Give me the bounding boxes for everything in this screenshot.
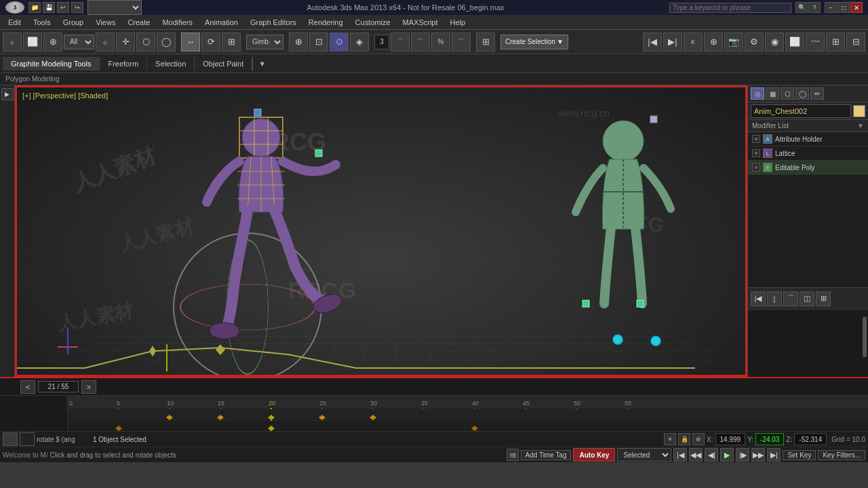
- menu-item-rendering[interactable]: Rendering: [303, 17, 349, 28]
- close-button[interactable]: ✕: [850, 2, 863, 13]
- menu-item-create[interactable]: Create: [122, 17, 155, 28]
- rp-display-icon[interactable]: ◎: [751, 87, 764, 100]
- playback-prev-key-btn[interactable]: ◀|: [705, 448, 718, 462]
- percent-btn[interactable]: %: [431, 33, 450, 52]
- tab-selection[interactable]: Selection: [147, 57, 195, 70]
- scale-btn[interactable]: ⊞: [222, 33, 241, 52]
- menu-item-tools[interactable]: Tools: [28, 17, 56, 28]
- playback-to-end-btn[interactable]: ▶|: [767, 448, 781, 462]
- move-tool-btn[interactable]: ✛: [116, 33, 135, 52]
- tab-freeform[interactable]: Freeform: [100, 57, 147, 70]
- tab-object-paint[interactable]: Object Paint: [195, 57, 252, 70]
- video-icon[interactable]: 📹: [507, 449, 519, 461]
- maximize-button[interactable]: □: [837, 2, 850, 13]
- rp-motion-icon[interactable]: ◯: [795, 87, 809, 100]
- menu-item-views[interactable]: Views: [90, 17, 121, 28]
- select-region-btn[interactable]: ⬡: [136, 33, 155, 52]
- mod-eye-icon[interactable]: 👁: [752, 135, 760, 143]
- set-key-btn[interactable]: Set Key: [783, 450, 816, 460]
- ribbon-extra-btn[interactable]: ▼: [252, 57, 271, 70]
- render-btn[interactable]: ⊕: [704, 33, 723, 52]
- autokey-btn[interactable]: Auto Key: [573, 448, 615, 462]
- object-name-input[interactable]: [751, 104, 851, 118]
- playback-to-start-btn[interactable]: |◀: [673, 448, 687, 462]
- rotate-btn[interactable]: ⟳: [201, 33, 220, 52]
- select-icon[interactable]: ⬦: [96, 33, 115, 52]
- rp-tool-paste-btn[interactable]: ◫: [800, 291, 814, 306]
- pivot-btn[interactable]: ⊕: [289, 33, 308, 52]
- mod-eye-icon[interactable]: 👁: [752, 149, 760, 157]
- anim-btn3[interactable]: ⌒: [452, 33, 471, 52]
- reference-dropdown[interactable]: Gimbal: [246, 35, 283, 49]
- rp-tool-pin-btn[interactable]: |◀: [751, 291, 766, 306]
- playback-next-key-btn[interactable]: |▶: [736, 448, 749, 462]
- region-select-btn[interactable]: ⬜: [23, 33, 42, 52]
- key-filters-btn[interactable]: Key Filters...: [818, 450, 865, 460]
- object-color-swatch[interactable]: [853, 105, 865, 117]
- key-mode-btn[interactable]: K: [684, 33, 703, 52]
- misc-btn1[interactable]: ⊞: [826, 33, 845, 52]
- timeline-track-area[interactable]: 0 5 10 15 20 25 30: [68, 396, 868, 431]
- menu-item-modifiers[interactable]: Modifiers: [157, 17, 198, 28]
- curve-editor-btn[interactable]: 〰: [806, 33, 825, 52]
- lasso-btn[interactable]: ◯: [157, 33, 176, 52]
- material-btn[interactable]: ◉: [765, 33, 784, 52]
- rp-hierarchy-icon[interactable]: ⬡: [781, 87, 794, 100]
- settings-btn[interactable]: ⚙: [745, 33, 764, 52]
- timeline-prev-btn[interactable]: <: [20, 380, 35, 394]
- menu-item-animation[interactable]: Animation: [199, 17, 243, 28]
- slate-btn[interactable]: ⬜: [785, 33, 804, 52]
- create-selection-btn[interactable]: Create Selection ▼: [500, 35, 568, 49]
- rp-tool-grid-btn[interactable]: ⊞: [816, 291, 831, 306]
- workspace-dropdown[interactable]: Workspace: Default: [87, 0, 142, 15]
- search-input[interactable]: [669, 3, 791, 13]
- playback-play-btn[interactable]: ▶: [720, 448, 734, 462]
- rp-scroll-bar[interactable]: [863, 317, 867, 357]
- snap-icon[interactable]: ⊕: [692, 433, 705, 445]
- toolbar-quick-btn[interactable]: 💾: [43, 2, 55, 13]
- playback-next-btn[interactable]: ▶|: [663, 33, 682, 52]
- modifier-attribute-holder[interactable]: 👁 A Attribute Holder: [748, 132, 868, 146]
- camera-btn[interactable]: 📷: [724, 33, 743, 52]
- menu-item-maxscript[interactable]: MAXScript: [397, 17, 443, 28]
- minimize-button[interactable]: −: [825, 2, 837, 13]
- menu-item-customize[interactable]: Customize: [350, 17, 396, 28]
- rp-tool-curve-btn[interactable]: ⌒: [783, 291, 798, 306]
- misc-btn2[interactable]: ⊟: [846, 33, 865, 52]
- anim-btn1[interactable]: ⌒: [391, 33, 410, 52]
- num1-field[interactable]: 3: [374, 35, 389, 49]
- filter-dropdown[interactable]: All: [64, 35, 94, 49]
- help-icon[interactable]: ?: [808, 2, 821, 13]
- add-time-tag-btn[interactable]: Add Time Tag: [521, 450, 572, 460]
- tab-graphite-modeling[interactable]: Graphite Modeling Tools: [3, 57, 100, 70]
- viewport[interactable]: [+] [Perspective] [Shaded] 人人素材 RRCG 人人素…: [15, 85, 747, 377]
- timeline-next-btn[interactable]: >: [81, 380, 96, 394]
- playback-prev-btn[interactable]: |◀: [643, 33, 662, 52]
- rp-tool-separator[interactable]: |: [767, 291, 782, 306]
- playback-prev-frame-btn[interactable]: ◀◀: [689, 448, 703, 462]
- modifier-list-dropdown[interactable]: ▼: [857, 122, 864, 129]
- rp-utility-icon[interactable]: ✏: [810, 87, 824, 100]
- menu-item-edit[interactable]: Edit: [3, 17, 26, 28]
- playback-next-frame-btn[interactable]: ▶▶: [751, 448, 765, 462]
- menu-item-graph-editors[interactable]: Graph Editors: [245, 17, 302, 28]
- toolbar-quick-btn[interactable]: ↩: [57, 2, 69, 13]
- snap-btn[interactable]: ⊡: [309, 33, 328, 52]
- modifier-editable-poly[interactable]: 👁 E Editable Poly: [748, 161, 868, 175]
- vp-expand-btn[interactable]: ▶: [1, 88, 14, 100]
- render-frame-btn[interactable]: ⊞: [476, 33, 495, 52]
- select-tool-btn[interactable]: ⬦: [3, 33, 22, 52]
- search-icon[interactable]: 🔍: [795, 2, 808, 13]
- modifier-lattice[interactable]: 👁 L Lattice: [748, 146, 868, 161]
- rp-modifier-icon[interactable]: ▦: [766, 87, 779, 100]
- anim-btn2[interactable]: ⌒: [411, 33, 430, 52]
- move-btn[interactable]: ↔: [181, 33, 200, 52]
- angle-snap-btn[interactable]: ◈: [350, 33, 369, 52]
- selected-dropdown[interactable]: Selected: [617, 448, 671, 462]
- mod-eye-icon[interactable]: 👁: [752, 163, 760, 171]
- toolbar-quick-btn[interactable]: 📁: [28, 2, 41, 13]
- light-icon[interactable]: ☀: [664, 433, 676, 445]
- lock-icon[interactable]: 🔒: [678, 433, 690, 445]
- menu-item-help[interactable]: Help: [445, 17, 471, 28]
- snap-toggle-btn[interactable]: ⊙: [330, 33, 349, 52]
